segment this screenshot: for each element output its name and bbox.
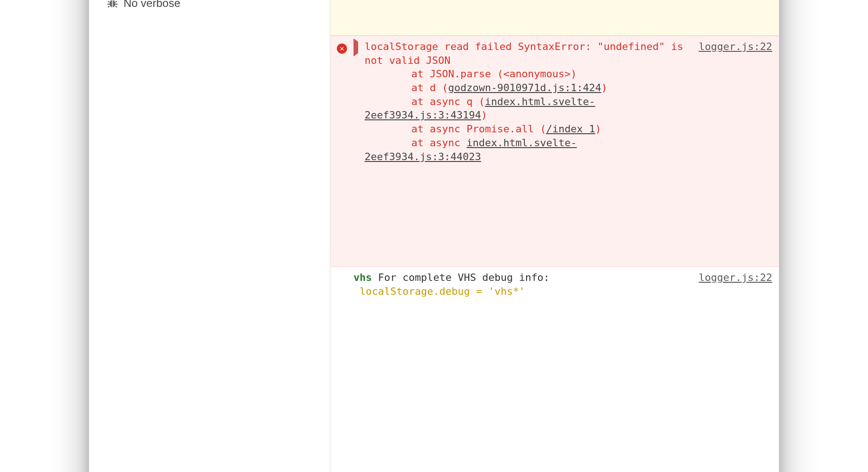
stack-frame: at JSON.parse (<anonymous>) bbox=[365, 68, 577, 80]
console-message-error[interactable]: ✕ localStorage read failed SyntaxError: … bbox=[330, 36, 779, 267]
log-prefix: vhs bbox=[353, 272, 372, 283]
log-text: For complete VHS debug info: bbox=[378, 272, 550, 283]
message-source-link[interactable]: logger.js:22 bbox=[699, 271, 772, 285]
stack-frame: at async index.html.svelte-2eef3934.js:3… bbox=[365, 137, 577, 162]
console-message-warning[interactable]: et2 snippet should only load once per pa… bbox=[330, 0, 779, 36]
stack-frame: at async q (index.html.svelte-2eef3934.j… bbox=[365, 96, 595, 121]
console-sidebar: 25 messages 7 user messages bbox=[89, 0, 330, 472]
log-code: localStorage.debug = 'vhs*' bbox=[360, 286, 525, 297]
stack-frame: at d (godzown-9010971d.js:1:424) bbox=[365, 82, 608, 93]
console-message-log[interactable]: vhs For complete VHS debug info: localSt… bbox=[330, 267, 779, 472]
warning-icon bbox=[337, 0, 349, 31]
console-messages: et2 snippet should only load once per pa… bbox=[330, 0, 779, 472]
error-head: localStorage read failed SyntaxError: "u… bbox=[365, 41, 683, 66]
sidebar-verbose-label: No verbose bbox=[124, 0, 180, 10]
message-source-link[interactable]: logger.js:22 bbox=[699, 40, 772, 54]
console-body: 25 messages 7 user messages bbox=[89, 0, 779, 472]
error-icon: ✕ bbox=[337, 43, 347, 54]
devtools-window: DevTools - www.nytimes.com/ Elements Con… bbox=[89, 0, 779, 472]
stack-link[interactable]: /index 1 bbox=[546, 123, 595, 135]
expand-icon[interactable] bbox=[353, 38, 358, 56]
message-text: et2 snippet should only load once per pa… bbox=[365, 0, 772, 31]
stack-link[interactable]: godzown-9010971d.js:1:424 bbox=[448, 82, 601, 93]
stack-frame: at async Promise.all (/index 1) bbox=[365, 123, 601, 135]
bug-icon bbox=[106, 0, 119, 9]
sidebar-item-verbose[interactable]: No verbose bbox=[89, 0, 330, 14]
stack-link[interactable]: index.html.svelte-2eef3934.js:3:44023 bbox=[365, 137, 577, 162]
